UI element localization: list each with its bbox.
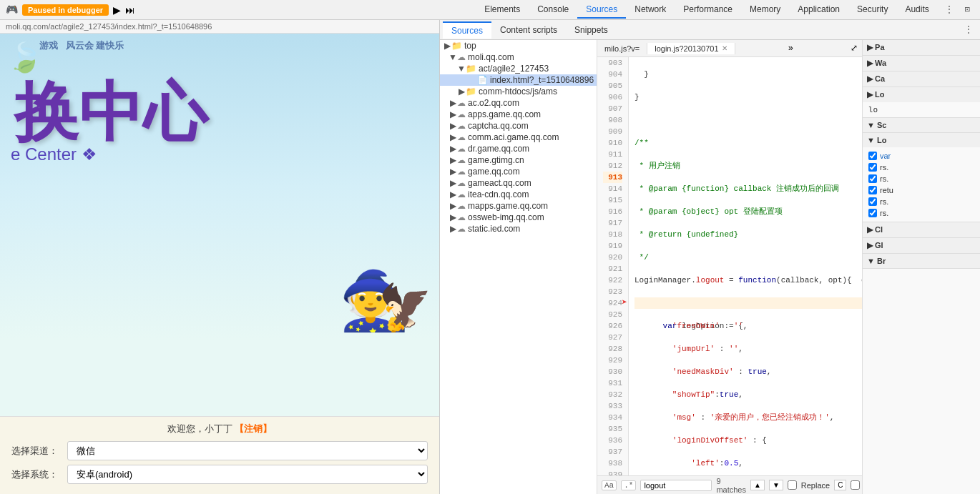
channel-row: 选择渠道： 微信: [11, 441, 428, 460]
step-over-button[interactable]: ⏭: [125, 4, 135, 16]
tree-arrow-apps: ▶: [449, 109, 457, 119]
sidebar-section-global-header[interactable]: ▶ Gl: [863, 238, 980, 253]
subtab-sources[interactable]: Sources: [443, 21, 491, 39]
tab-memory[interactable]: Memory: [741, 1, 789, 19]
search-prev-button[interactable]: ▲: [750, 480, 765, 490]
sidebar-section-call-header[interactable]: ▶ Ca: [863, 71, 980, 87]
tree-item-captcha[interactable]: ▶ ☁ captcha.qq.com: [440, 120, 597, 132]
expand-panel-icon[interactable]: ⤢: [846, 41, 862, 55]
devtools-subtabs: Sources Content scripts Snippets ⋮: [440, 20, 980, 40]
replace-all-checkbox[interactable]: [851, 480, 860, 490]
search-close-button[interactable]: C: [834, 480, 846, 490]
resume-button[interactable]: ▶: [113, 4, 121, 16]
code-line-911: */: [634, 252, 862, 263]
subtab-snippets[interactable]: Snippets: [566, 22, 617, 38]
tree-item-dr[interactable]: ▶ ☁ dr.game.qq.com: [440, 143, 597, 154]
tree-item-ossweb[interactable]: ▶ ☁ ossweb-img.qq.com: [440, 212, 597, 223]
subtab-content-scripts[interactable]: Content scripts: [491, 22, 566, 38]
tab-console[interactable]: Console: [529, 1, 577, 19]
sidebar-section-dom-header[interactable]: ▶ Cl: [863, 222, 980, 237]
bp-label-4: retu: [880, 186, 893, 194]
tab-performance[interactable]: Performance: [675, 1, 741, 19]
top-bar: 🎮 Paused in debugger ▶ ⏭ Elements Consol…: [0, 0, 980, 20]
sidebar-section-xhr: ▼ Br: [863, 254, 980, 269]
tree-item-static[interactable]: ▶ ☁ static.ied.com: [440, 223, 597, 234]
tree-arrow-comm-aci: ▶: [449, 132, 457, 142]
tab-sources[interactable]: Sources: [577, 1, 626, 19]
tree-item-apps[interactable]: ▶ ☁ apps.game.qq.com: [440, 109, 597, 120]
url-bar: moli.qq.com/act/agile2_127453/index.html…: [0, 20, 439, 34]
bp-checkbox-4[interactable]: [868, 186, 877, 194]
tab-security[interactable]: Security: [848, 1, 896, 19]
sidebar-section-pause-header[interactable]: ▶ Pa: [863, 40, 980, 55]
cloud-icon-apps: ☁: [457, 109, 466, 119]
cloud-icon-itea: ☁: [457, 189, 466, 199]
devtools-more-icon[interactable]: ⋮: [941, 3, 958, 16]
cloud-icon-dr: ☁: [457, 144, 466, 154]
channel-select[interactable]: 微信: [67, 441, 428, 460]
sidebar-breakpoints-content: var rs. rs. retu: [863, 147, 980, 222]
cloud-icon-captcha: ☁: [457, 121, 466, 131]
tree-item-itea[interactable]: ▶ ☁ itea-cdn.qq.com: [440, 189, 597, 200]
source-tab-login[interactable]: login.js?20130701 ✕: [647, 43, 735, 54]
bp-label-6: rs.: [880, 209, 888, 217]
devtools-panel: Sources Content scripts Snippets ⋮ ▶ 📁 t…: [440, 20, 980, 494]
bp-checkbox-3[interactable]: [868, 174, 877, 183]
bp-item-1: var: [868, 150, 974, 162]
tree-item-top[interactable]: ▶ 📁 top: [440, 40, 597, 51]
sidebar-section-global: ▶ Gl: [863, 238, 980, 254]
tree-item-gtimg[interactable]: ▶ ☁ game.gtimg.cn: [440, 154, 597, 166]
code-line-906: /**: [634, 137, 862, 149]
tree-item-act[interactable]: ▼ 📁 act/agile2_127453: [440, 63, 597, 74]
tree-arrow-ossweb: ▶: [449, 212, 457, 222]
regex-label: .*: [621, 480, 636, 490]
folder-icon-act: 📁: [466, 64, 476, 74]
search-matches: 9 matches: [716, 477, 746, 494]
code-line-908: * @param {function} callback 注销成功后的回调: [634, 183, 862, 194]
sidebar-section-dom: ▶ Cl: [863, 222, 980, 238]
bp-checkbox-6[interactable]: [868, 209, 877, 217]
code-line-920: 'left':0.5,: [634, 458, 862, 469]
register-link[interactable]: 【注销】: [235, 423, 272, 434]
bp-checkbox-2[interactable]: [868, 163, 877, 172]
cloud-icon-gameact: ☁: [457, 178, 466, 188]
tree-item-mapps[interactable]: ▶ ☁ mapps.game.qq.com: [440, 200, 597, 212]
tree-item-comm[interactable]: ▶ 📁 comm-htdocs/js/ams: [440, 86, 597, 97]
sidebar-section-watch-header[interactable]: ▶ Wa: [863, 56, 980, 71]
tab-application[interactable]: Application: [789, 1, 848, 19]
tree-item-comm-aci[interactable]: ▶ ☁ comm.aci.game.qq.com: [440, 132, 597, 143]
tab-elements[interactable]: Elements: [476, 1, 529, 19]
search-next-button[interactable]: ▼: [769, 480, 783, 490]
subtabs-more-icon[interactable]: ⋮: [960, 21, 977, 38]
code-area[interactable]: 903 904 905 906 907 908 909 910 911 912 …: [597, 57, 862, 475]
bp-item-5: rs.: [868, 196, 974, 207]
tree-arrow-game-qq: ▶: [449, 167, 457, 177]
welcome-text: 欢迎您，小丁丁 【注销】: [11, 423, 428, 435]
right-sidebar: ▶ Pa ▶ Wa ▶ Ca ▶: [862, 40, 980, 494]
tab-network[interactable]: Network: [626, 1, 675, 19]
bp-label-2: rs.: [880, 163, 888, 172]
sidebar-section-breakpoints-header[interactable]: ▼ Lo: [863, 133, 980, 147]
sidebar-section-scope-header[interactable]: ▼ Sc: [863, 118, 980, 132]
source-tab-milo[interactable]: milo.js?v=: [597, 43, 647, 54]
tree-item-moli[interactable]: ▼ ☁ moli.qq.com: [440, 51, 597, 63]
system-label: 选择系统：: [11, 468, 62, 481]
close-tab-icon[interactable]: ✕: [722, 44, 727, 52]
undock-icon[interactable]: ⊡: [961, 3, 974, 16]
source-tabs-more-icon[interactable]: »: [784, 42, 798, 55]
sidebar-section-local-header[interactable]: ▶ Lo: [863, 87, 980, 102]
bp-checkbox-1[interactable]: [868, 152, 877, 160]
system-select[interactable]: 安卓(android): [67, 465, 428, 484]
webpage-content: 🍃 游戏 风云会 建快乐 换中心 e Center ❖ 🧙 🦅: [0, 34, 439, 416]
bp-checkbox-5[interactable]: [868, 197, 877, 206]
tree-item-gameact[interactable]: ▶ ☁ gameact.qq.com: [440, 177, 597, 189]
sidebar-section-xhr-header[interactable]: ▼ Br: [863, 254, 980, 268]
tree-item-index[interactable]: 📄 index.html?_t=1510648896: [440, 74, 597, 86]
code-line-913: ➤ var logOption = {: [634, 297, 862, 309]
replace-checkbox[interactable]: [788, 480, 797, 490]
tab-audits[interactable]: Audits: [896, 1, 937, 19]
search-input[interactable]: [640, 480, 712, 491]
tree-item-ac[interactable]: ▶ ☁ ac.o2.qq.com: [440, 97, 597, 109]
tree-item-game-qq[interactable]: ▶ ☁ game.qq.com: [440, 166, 597, 177]
devtools-content: ▶ 📁 top ▼ ☁ moli.qq.com ▼ 📁 act/agile2_1…: [440, 40, 980, 494]
